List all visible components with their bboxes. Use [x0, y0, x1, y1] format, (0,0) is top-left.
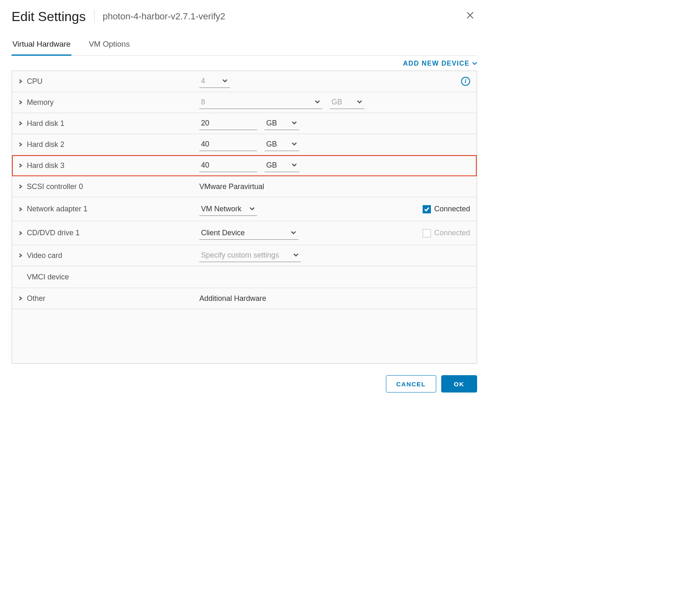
hd3-unit: GB: [265, 160, 289, 170]
dialog-footer: CANCEL OK: [12, 375, 477, 393]
hardware-panel: CPU 4 i Memory 8: [12, 71, 477, 364]
hd1-unit: GB: [265, 118, 289, 128]
memory-label: Memory: [27, 98, 54, 107]
dialog-title: Edit Settings: [12, 9, 86, 24]
expand-hd1[interactable]: [18, 121, 24, 125]
row-hard-disk-2: Hard disk 2 GB: [12, 134, 477, 155]
edit-settings-dialog: Edit Settings photon-4-harbor-v2.7.1-ver…: [12, 8, 477, 393]
net-label: Network adapter 1: [27, 205, 88, 213]
other-label: Other: [27, 294, 45, 303]
expand-hd3[interactable]: [18, 163, 24, 168]
network-connected-checkbox[interactable]: [423, 205, 431, 213]
chevron-right-icon: [19, 121, 23, 125]
cd-device-select[interactable]: Client Device: [199, 227, 298, 240]
network-select[interactable]: VM Network: [199, 203, 257, 216]
add-new-device-button[interactable]: ADD NEW DEVICE: [403, 60, 477, 67]
hd2-size-input[interactable]: [199, 138, 257, 151]
row-network-adapter-1: Network adapter 1 VM Network Connected: [12, 197, 477, 221]
memory-unit: GB: [330, 97, 355, 107]
chevron-down-icon: [247, 205, 257, 213]
chevron-right-icon: [19, 253, 23, 258]
chevron-down-icon: [355, 98, 364, 106]
cpu-select[interactable]: 4: [199, 75, 230, 88]
hd3-label: Hard disk 3: [27, 161, 64, 170]
dialog-header: Edit Settings photon-4-harbor-v2.7.1-ver…: [12, 8, 477, 25]
row-video-card: Video card Specify custom settings: [12, 245, 477, 266]
cd-label: CD/DVD drive 1: [27, 229, 80, 237]
row-hard-disk-1: Hard disk 1 GB: [12, 113, 477, 134]
close-icon: [466, 11, 475, 20]
video-value: Specify custom settings: [199, 250, 291, 260]
vmci-label: VMCI device: [27, 273, 69, 281]
dialog-subtitle: photon-4-harbor-v2.7.1-verify2: [103, 11, 463, 22]
chevron-down-icon: [291, 251, 301, 260]
memory-value: 8: [199, 97, 312, 107]
scsi-value: VMware Paravirtual: [199, 182, 264, 191]
cd-value: Client Device: [199, 228, 289, 238]
expand-cpu[interactable]: [18, 79, 24, 83]
hd1-label: Hard disk 1: [27, 119, 64, 128]
cpu-value: 4: [199, 76, 220, 86]
tab-virtual-hardware[interactable]: Virtual Hardware: [12, 35, 71, 56]
video-label: Video card: [27, 251, 62, 260]
chevron-right-icon: [19, 163, 23, 168]
row-vmci-device: VMCI device: [12, 266, 477, 288]
add-new-device-label: ADD NEW DEVICE: [403, 60, 470, 67]
row-scsi-controller-0: SCSI controller 0 VMware Paravirtual: [12, 176, 477, 197]
memory-unit-select[interactable]: GB: [330, 96, 364, 109]
hd1-size-input[interactable]: [199, 117, 257, 130]
chevron-right-icon: [19, 231, 23, 235]
memory-input[interactable]: 8: [199, 96, 322, 109]
cd-connected-checkbox: [423, 229, 431, 237]
chevron-right-icon: [19, 184, 23, 189]
expand-net[interactable]: [18, 207, 24, 211]
tabs: Virtual Hardware VM Options: [12, 35, 477, 56]
row-memory: Memory 8 GB: [12, 92, 477, 113]
expand-video[interactable]: [18, 253, 24, 258]
hd3-size-input[interactable]: [199, 159, 257, 172]
header-divider: [94, 10, 95, 23]
row-hard-disk-3: Hard disk 3 GB: [12, 155, 477, 176]
chevron-right-icon: [19, 207, 23, 211]
chevron-down-icon: [289, 119, 299, 128]
ok-button[interactable]: OK: [441, 375, 478, 393]
chevron-right-icon: [19, 100, 23, 104]
check-icon: [424, 206, 430, 212]
row-cd-dvd-drive-1: CD/DVD drive 1 Client Device Connected: [12, 221, 477, 245]
scsi-label: SCSI controller 0: [27, 182, 83, 191]
chevron-right-icon: [19, 296, 23, 300]
hd1-unit-select[interactable]: GB: [265, 117, 299, 130]
close-button[interactable]: [463, 8, 477, 25]
cpu-label: CPU: [27, 77, 43, 86]
network-connected-label: Connected: [434, 205, 470, 213]
chevron-down-icon: [289, 229, 298, 237]
expand-hd2[interactable]: [18, 142, 24, 147]
tab-vm-options[interactable]: VM Options: [88, 35, 130, 55]
info-icon[interactable]: i: [461, 77, 470, 86]
other-value: Additional Hardware: [199, 294, 266, 303]
row-other: Other Additional Hardware: [12, 288, 477, 309]
chevron-down-icon: [312, 98, 322, 106]
expand-memory[interactable]: [18, 100, 24, 104]
expand-scsi[interactable]: [18, 184, 24, 189]
hd2-unit: GB: [265, 139, 289, 149]
hd3-unit-select[interactable]: GB: [265, 159, 299, 172]
toolbar: ADD NEW DEVICE: [12, 60, 477, 67]
expand-cd[interactable]: [18, 231, 24, 235]
expand-other[interactable]: [18, 296, 24, 300]
chevron-right-icon: [19, 79, 23, 83]
hd2-unit-select[interactable]: GB: [265, 138, 299, 151]
hd2-label: Hard disk 2: [27, 140, 64, 149]
chevron-down-icon: [472, 61, 477, 66]
cancel-button[interactable]: CANCEL: [386, 375, 436, 393]
chevron-right-icon: [19, 142, 23, 147]
chevron-down-icon: [289, 161, 299, 170]
network-value: VM Network: [199, 204, 247, 214]
chevron-down-icon: [220, 77, 230, 85]
cd-connected-label: Connected: [434, 229, 470, 237]
chevron-down-icon: [289, 140, 299, 149]
video-settings-select[interactable]: Specify custom settings: [199, 249, 301, 262]
row-cpu: CPU 4 i: [12, 71, 477, 92]
